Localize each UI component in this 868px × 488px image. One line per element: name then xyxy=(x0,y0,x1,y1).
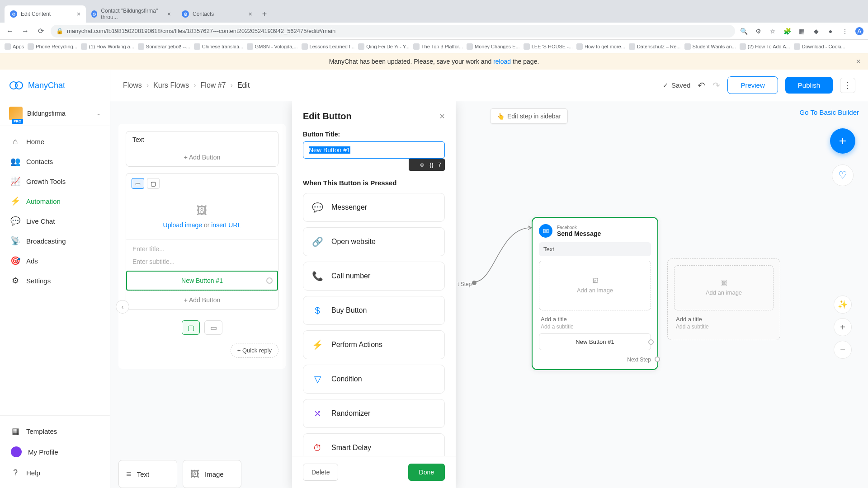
title-input[interactable]: Enter title... xyxy=(126,239,278,258)
title-slot[interactable]: Add a title xyxy=(539,315,651,324)
connection-port[interactable] xyxy=(655,357,660,362)
layout-square-button[interactable]: ▢ xyxy=(147,178,160,189)
close-icon[interactable]: × xyxy=(439,111,445,122)
bookmark-item[interactable]: Lessons Learned f... xyxy=(302,43,355,50)
flow-node-ghost[interactable]: 🖼Add an image Add a title Add a subtitle xyxy=(667,258,780,340)
extension-icon[interactable]: 🧩 xyxy=(783,27,791,35)
action-website[interactable]: 🔗Open website xyxy=(303,227,445,256)
image-upload-zone[interactable]: 🖼 Upload image or insert URL xyxy=(126,193,278,239)
basic-builder-link[interactable]: Go To Basic Builder xyxy=(800,108,859,116)
text-block[interactable]: Text + Add Button xyxy=(126,131,278,167)
flow-node-send-message[interactable]: ✉ FacebookSend Message Text 🖼Add an imag… xyxy=(532,217,658,370)
action-condition[interactable]: ▽Condition xyxy=(303,365,445,394)
subtitle-slot[interactable]: Add a subtitle xyxy=(539,324,651,333)
profile-icon[interactable]: A xyxy=(855,27,863,35)
preview-button[interactable]: Preview xyxy=(727,76,778,94)
carousel-prev-button[interactable]: ‹ xyxy=(116,300,129,314)
close-icon[interactable]: × xyxy=(856,57,861,66)
bookmark-item[interactable]: Apps xyxy=(5,43,24,50)
logo[interactable]: ManyChat xyxy=(0,70,110,101)
button-row-selected[interactable]: New Button #1 xyxy=(126,271,278,291)
image-slot[interactable]: 🖼Add an image xyxy=(674,265,774,310)
delete-button[interactable]: Delete xyxy=(303,464,338,481)
connection-port[interactable] xyxy=(648,339,654,345)
reload-link[interactable]: reload xyxy=(493,58,511,65)
reload-button[interactable]: ⟳ xyxy=(35,26,46,37)
title-slot[interactable]: Add a title xyxy=(674,315,774,324)
browser-tab[interactable]: ⚙ Contacts × xyxy=(176,5,258,23)
browser-tab[interactable]: ⚙ Contact "Bildungsfirma" throu... × xyxy=(86,5,176,23)
sidebar-item-templates[interactable]: ▦Templates xyxy=(0,421,110,441)
browser-tab-active[interactable]: ⚙ Edit Content × xyxy=(5,5,86,23)
zoom-out-button[interactable]: − xyxy=(834,341,852,359)
bookmark-item[interactable]: Phone Recycling... xyxy=(28,43,77,50)
sidebar-item-help[interactable]: ?Help xyxy=(0,463,110,483)
emoji-icon[interactable]: ☺ xyxy=(419,161,425,168)
action-messenger[interactable]: 💬Messenger xyxy=(303,193,445,222)
edit-step-chip[interactable]: 👆Edit step in sidebar xyxy=(490,108,568,124)
sidebar-item-profile[interactable]: My Profile xyxy=(0,441,110,463)
bookmark-item[interactable]: Qing Fei De Yi - Y... xyxy=(358,43,410,50)
close-icon[interactable]: × xyxy=(77,10,80,18)
variable-icon[interactable]: {} xyxy=(429,161,434,168)
back-button[interactable]: ← xyxy=(5,26,15,37)
forward-button[interactable]: → xyxy=(20,26,31,37)
close-icon[interactable]: × xyxy=(249,10,252,18)
image-slot[interactable]: 🖼Add an image xyxy=(539,261,651,310)
subtitle-input[interactable]: Enter subtitle... xyxy=(126,258,278,271)
node-button[interactable]: New Button #1 xyxy=(539,333,651,350)
undo-button[interactable]: ↶ xyxy=(698,80,705,91)
zoom-icon[interactable]: 🔍 xyxy=(740,27,748,35)
palette-text[interactable]: ≡Text xyxy=(118,460,177,488)
bookmark-item[interactable]: Money Changes E... xyxy=(467,43,520,50)
bookmark-item[interactable]: (1) How Working a... xyxy=(81,43,134,50)
zoom-in-button[interactable]: + xyxy=(834,318,852,336)
sidebar-item-automation[interactable]: ⚡Automation xyxy=(0,191,110,211)
layout-horizontal-button[interactable]: ▭ xyxy=(132,178,144,189)
bookmark-item[interactable]: Datenschutz – Re... xyxy=(629,43,681,50)
bookmark-item[interactable]: (2) How To Add A... xyxy=(740,43,790,50)
favorite-fab[interactable]: ♡ xyxy=(832,164,854,186)
sidebar-item-growth[interactable]: 📈Growth Tools xyxy=(0,171,110,191)
next-step-label[interactable]: Next Step xyxy=(539,354,651,363)
url-link[interactable]: insert URL xyxy=(211,221,241,229)
magic-fab[interactable]: ✨ xyxy=(834,296,852,314)
breadcrumb-item[interactable]: Flow #7 xyxy=(201,81,226,89)
done-button[interactable]: Done xyxy=(408,464,445,481)
subtitle-slot[interactable]: Add a subtitle xyxy=(674,324,774,333)
action-randomizer[interactable]: ⤨Randomizer xyxy=(303,399,445,428)
bookmark-item[interactable]: How to get more... xyxy=(576,43,625,50)
action-call[interactable]: 📞Call number xyxy=(303,262,445,291)
more-button[interactable]: ⋮ xyxy=(840,78,855,93)
add-button-row[interactable]: + Add Button xyxy=(126,291,278,309)
bookmark-item[interactable]: The Top 3 Platfor... xyxy=(413,43,463,50)
add-step-fab[interactable]: + xyxy=(830,128,855,154)
workspace-selector[interactable]: Bildungsfirma ⌄ PRO xyxy=(0,101,110,126)
sidebar-item-settings[interactable]: ⚙Settings xyxy=(0,271,110,291)
extension-icon[interactable]: ◆ xyxy=(812,27,820,35)
bookmark-item[interactable]: Chinese translati... xyxy=(194,43,243,50)
bookmark-item[interactable]: GMSN - Vologda,... xyxy=(247,43,298,50)
sidebar-item-contacts[interactable]: 👥Contacts xyxy=(0,151,110,171)
connection-port[interactable] xyxy=(266,277,273,284)
breadcrumb-item[interactable]: Flows xyxy=(123,81,142,89)
sidebar-item-broadcasting[interactable]: 📡Broadcasting xyxy=(0,231,110,251)
action-delay[interactable]: ⏱Smart Delay xyxy=(303,433,445,456)
sidebar-item-ads[interactable]: 🎯Ads xyxy=(0,251,110,271)
new-tab-button[interactable]: + xyxy=(258,5,271,23)
quick-reply-button[interactable]: + Quick reply xyxy=(231,343,278,358)
action-perform[interactable]: ⚡Perform Actions xyxy=(303,330,445,359)
menu-icon[interactable]: ⋮ xyxy=(841,27,849,35)
breadcrumb-item[interactable]: Kurs Flows xyxy=(153,81,189,89)
button-title-input[interactable] xyxy=(303,141,445,159)
bookmark-item[interactable]: Sonderangebot! --... xyxy=(138,43,190,50)
add-button-row[interactable]: + Add Button xyxy=(126,148,278,166)
bookmark-item[interactable]: Student Wants an... xyxy=(684,43,736,50)
extension-icon[interactable]: ● xyxy=(826,27,835,35)
bookmark-item[interactable]: Download - Cooki... xyxy=(794,43,845,50)
card-block[interactable]: ▭ ▢ 🖼 Upload image or insert URL Enter t… xyxy=(126,173,278,310)
aspect-wide-button[interactable]: ▭ xyxy=(204,320,222,335)
translate-icon[interactable]: ⚙ xyxy=(754,27,762,35)
publish-button[interactable]: Publish xyxy=(785,77,833,94)
url-input[interactable]: 🔒 manychat.com/fb198150208190618/cms/fil… xyxy=(51,25,735,38)
